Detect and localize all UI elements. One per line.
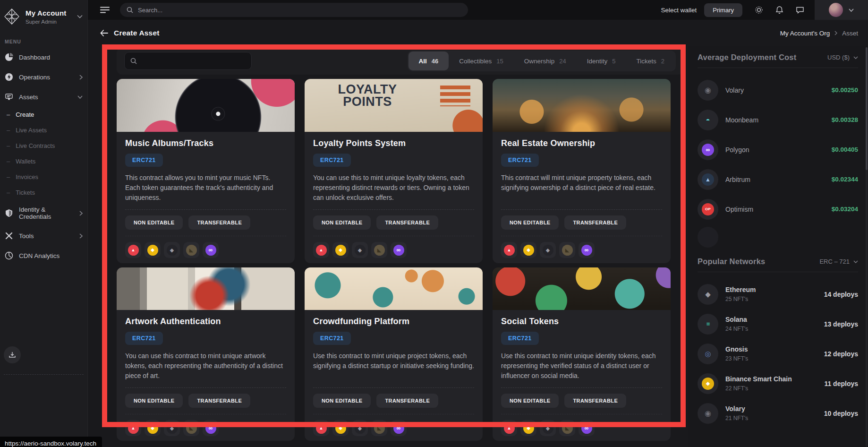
cost-row-optimism: OP Optimism $0.03204 (698, 194, 858, 224)
tab-all[interactable]: All46 (408, 52, 449, 70)
asset-search[interactable] (124, 52, 252, 70)
sidebar-item-create[interactable]: Create (0, 107, 87, 122)
sidebar-item-live-assets[interactable]: Live Assets (0, 122, 87, 138)
assets-icon (5, 93, 13, 101)
ethereum-icon[interactable]: ◆ (164, 242, 180, 258)
sidebar-item-assets[interactable]: Assets (0, 87, 87, 107)
back-arrow-icon[interactable] (100, 30, 108, 36)
scrollbar-thumb[interactable] (866, 47, 868, 170)
currency-selector[interactable]: USD ($) (827, 54, 858, 61)
chevron-right-icon (834, 31, 837, 35)
contract-card-artwork[interactable]: Artwork Authentication ERC721 You can us… (117, 267, 295, 441)
operations-icon (5, 73, 13, 81)
deployment-cost-title: Average Deployment Cost (698, 53, 796, 62)
transferable-badge: TRANSFERABLE (376, 215, 438, 230)
theme-toggle-sun-icon[interactable] (755, 6, 763, 14)
polygon-icon[interactable]: ∞ (391, 420, 407, 436)
polygon-icon[interactable]: ∞ (391, 242, 407, 258)
contract-card-real-estate[interactable]: Real Estate Ownership ERC721 This contra… (493, 79, 671, 263)
breadcrumb: My Account's Org Asset (780, 30, 858, 37)
fantom-icon[interactable]: ◣ (183, 420, 199, 436)
divider (501, 209, 662, 210)
binance-icon[interactable]: ◆ (332, 242, 349, 258)
sidebar-item-operations[interactable]: Operations (0, 67, 87, 87)
avalanche-icon[interactable]: ▲ (313, 420, 329, 436)
divider (125, 387, 286, 388)
card-title: Crowdfunding Platform (313, 317, 474, 327)
sidebar-item-tools[interactable]: Tools (0, 226, 87, 246)
card-image-social-tokens (493, 267, 671, 310)
search-input[interactable] (138, 7, 440, 14)
avalanche-icon[interactable]: ▲ (501, 242, 517, 258)
global-search[interactable] (120, 3, 468, 17)
popular-row-ethereum: ◆ Ethereum 25 NFT's 14 deploys (698, 279, 858, 309)
download-button[interactable] (4, 346, 21, 363)
binance-icon[interactable]: ◆ (145, 420, 161, 436)
fantom-icon[interactable]: ◣ (183, 242, 199, 258)
account-switcher[interactable]: My Account Super Admin (0, 0, 87, 30)
chevron-down-icon (853, 56, 858, 59)
contract-card-social-tokens[interactable]: Social Tokens ERC721 Use this contract t… (493, 267, 671, 441)
non-editable-badge: NON EDITABLE (313, 394, 371, 408)
category-tabs: All46 Collectibles15 Ownership24 Identit… (408, 51, 676, 71)
fantom-icon[interactable]: ◣ (559, 242, 575, 258)
transferable-badge: TRANSFERABLE (188, 394, 250, 408)
contract-card-loyalty[interactable]: LOYALTY POINTS Loyalty Points System ERC… (305, 79, 483, 263)
avalanche-icon[interactable]: ▲ (501, 420, 517, 436)
sidebar-item-live-contracts[interactable]: Live Contracts (0, 138, 87, 154)
polygon-icon[interactable]: ∞ (579, 420, 595, 436)
polygon-icon[interactable]: ∞ (203, 242, 219, 258)
sidebar-item-tickets[interactable]: Tickets (0, 185, 87, 200)
contract-card-crowdfunding[interactable]: Crowdfunding Platform ERC721 Use this co… (305, 267, 483, 441)
wallet-primary-button[interactable]: Primary (704, 3, 742, 17)
tab-identity[interactable]: Identity5 (577, 52, 626, 70)
avalanche-icon[interactable]: ▲ (125, 420, 141, 436)
network-chips: ▲ ◆ ◆ ◣ ∞ (313, 242, 474, 258)
volary-icon: ◉ (698, 80, 718, 101)
account-role: Super Admin (26, 19, 72, 25)
fantom-icon[interactable]: ◣ (559, 420, 575, 436)
sidebar-item-cdn-analytics[interactable]: CDN Analytics (0, 246, 87, 266)
avalanche-icon[interactable]: ▲ (125, 242, 141, 258)
polygon-icon[interactable]: ∞ (203, 420, 219, 436)
divider (313, 236, 474, 236)
ethereum-icon[interactable]: ◆ (540, 242, 556, 258)
binance-icon[interactable]: ◆ (520, 242, 536, 258)
app-window: My Account Super Admin MENU Dashboard Op… (0, 0, 868, 447)
sidebar-divider (4, 374, 84, 375)
scrollbar[interactable] (866, 47, 868, 447)
contract-card-music[interactable]: Music Albums/Tracks ERC721 This contract… (117, 79, 295, 263)
chevron-down-icon (77, 95, 83, 99)
divider (313, 414, 474, 414)
sidebar-item-wallets[interactable]: Wallets (0, 154, 87, 169)
sidebar-item-invoices[interactable]: Invoices (0, 169, 87, 185)
breadcrumb-org[interactable]: My Account's Org (780, 30, 830, 37)
binance-icon[interactable]: ◆ (145, 242, 161, 258)
avalanche-icon[interactable]: ▲ (313, 242, 329, 258)
sidebar-item-dashboard[interactable]: Dashboard (0, 47, 87, 67)
erc-filter-selector[interactable]: ERC – 721 (819, 258, 858, 265)
ethereum-icon[interactable]: ◆ (352, 420, 368, 436)
tab-ownership[interactable]: Ownership24 (514, 52, 577, 70)
search-icon (127, 7, 133, 13)
ethereum-icon[interactable]: ◆ (164, 420, 180, 436)
sidebar-item-identity-credentials[interactable]: Identity & Credentials (0, 200, 87, 226)
asset-search-input[interactable] (141, 58, 240, 65)
fantom-icon[interactable]: ◣ (371, 420, 387, 436)
tab-collectibles[interactable]: Collectibles15 (449, 52, 514, 70)
polygon-icon[interactable]: ∞ (579, 242, 595, 258)
notifications-bell-icon[interactable] (775, 6, 783, 14)
erc721-badge: ERC721 (125, 154, 163, 167)
fantom-icon[interactable]: ◣ (371, 242, 387, 258)
divider (125, 414, 286, 414)
tools-icon (5, 232, 13, 240)
hamburger-menu-icon[interactable] (100, 7, 110, 13)
tab-tickets[interactable]: Tickets2 (626, 52, 675, 70)
messages-chat-icon[interactable] (796, 6, 804, 14)
binance-icon[interactable]: ◆ (332, 420, 349, 436)
user-menu[interactable] (815, 0, 868, 20)
ethereum-icon[interactable]: ◆ (352, 242, 368, 258)
ethereum-icon[interactable]: ◆ (540, 420, 556, 436)
binance-icon[interactable]: ◆ (520, 420, 536, 436)
select-wallet-label[interactable]: Select wallet (661, 7, 697, 14)
